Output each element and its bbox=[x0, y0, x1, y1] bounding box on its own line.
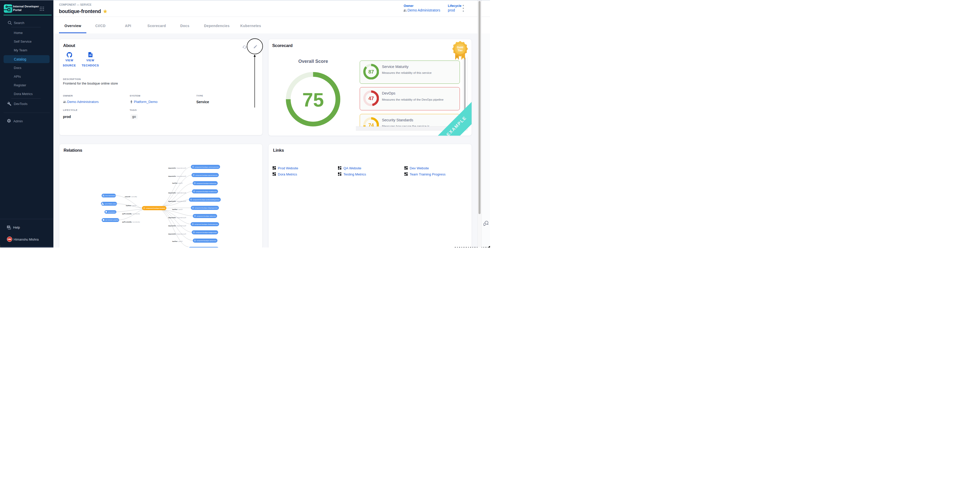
svg-text:component:boutique-checkoutser: component:boutique-checkoutservice bbox=[194, 223, 218, 225]
svg-text:component:boutique-frontend: component:boutique-frontend bbox=[146, 207, 165, 209]
svg-text:component:boutique-shippingser: component:boutique-shippingservice bbox=[195, 207, 218, 209]
svg-text:apiProvidedBy / providesApi: apiProvidedBy / providesApi bbox=[122, 213, 140, 215]
svg-text:dependsOn / dependencyOf: dependsOn / dependencyOf bbox=[168, 201, 186, 202]
svg-text:?: ? bbox=[8, 226, 9, 228]
svg-text:component:boutique-adservice: component:boutique-adservice bbox=[196, 215, 216, 217]
svg-text:dependsOn / dependencyOf: dependsOn / dependencyOf bbox=[168, 167, 186, 169]
svg-text:dependsOn / dependencyOf: dependsOn / dependencyOf bbox=[168, 217, 186, 218]
svg-text:component:boutique-paymentserv: component:boutique-paymentservice bbox=[195, 175, 218, 176]
svg-text:component:boutique-loadgenerat: component:boutique-loadgenerator bbox=[196, 232, 216, 233]
svg-text:component:boutique-currencyser: component:boutique-currencyservice bbox=[195, 166, 219, 168]
svg-text:apiProvidedBy / providesApi: apiProvidedBy / providesApi bbox=[122, 221, 140, 223]
svg-text:dependsOn / dependencyOf: dependsOn / dependencyOf bbox=[168, 233, 186, 235]
svg-text:dependsOn / dependencyOf: dependsOn / dependencyOf bbox=[168, 175, 186, 177]
svg-text:dependsOn / dependencyOf: dependsOn / dependencyOf bbox=[168, 225, 186, 226]
svg-text:hasPart / partOf: hasPart / partOf bbox=[172, 209, 182, 210]
svg-text:api:petstore: api:petstore bbox=[108, 211, 115, 213]
svg-text:system:Platform_Demo: system:Platform_Demo bbox=[105, 203, 116, 205]
svg-text:hasPart / partOf: hasPart / partOf bbox=[172, 182, 182, 184]
svg-text:ownerOf / ownedBy: ownerOf / ownedBy bbox=[125, 196, 137, 197]
svg-text:component:boutique-redisservic: component:boutique-redisservice bbox=[196, 183, 216, 184]
svg-text:dependsOn / dependencyOf: dependsOn / dependencyOf bbox=[168, 192, 186, 194]
svg-text:component:boutique-cartservice: component:boutique-cartservice bbox=[196, 240, 216, 241]
svg-text:hasPart / partOf: hasPart / partOf bbox=[172, 240, 182, 242]
svg-text:component:boutique-productcata: component:boutique-productcatalogservice bbox=[192, 199, 220, 201]
svg-text:component:boutique-emailservic: component:boutique-emailservice bbox=[196, 191, 217, 192]
svg-text:hasPart / partOf: hasPart / partOf bbox=[126, 205, 136, 206]
svg-text:api:starwars-graphql: api:starwars-graphql bbox=[105, 220, 118, 221]
svg-text:Demo Administrators: Demo Administrators bbox=[105, 195, 115, 196]
